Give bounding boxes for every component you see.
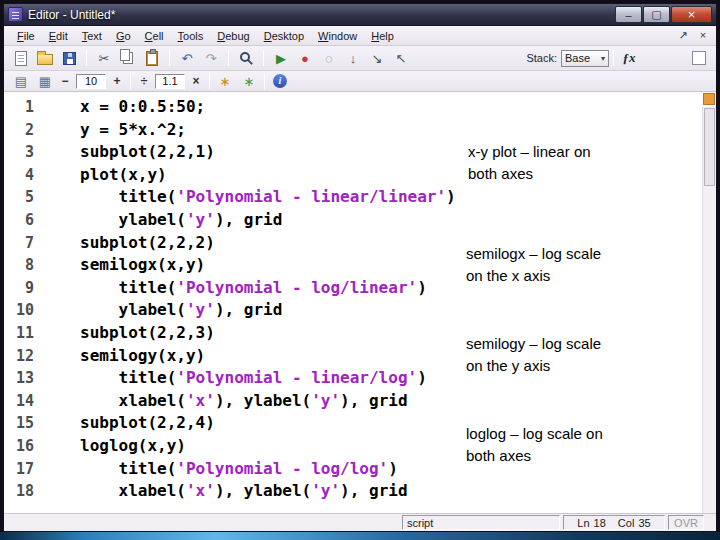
code-token: ), grid (340, 391, 407, 410)
line-number[interactable]: 15 (4, 412, 34, 435)
menu-desktop[interactable]: Desktop (257, 28, 311, 44)
code-line[interactable]: 2y = 5*x.^2; (4, 119, 716, 142)
redo-icon[interactable]: ↷ (200, 49, 222, 68)
code-text: x = 0:0.5:50; (34, 96, 205, 119)
annotation-note: x-y plot – linear on both axes (468, 141, 620, 185)
menu-file[interactable]: File (10, 28, 42, 44)
open-file-icon[interactable] (34, 49, 56, 68)
line-number[interactable]: 1 (4, 96, 34, 119)
toolbar-separator (228, 50, 229, 66)
fx-button[interactable]: ƒx (618, 49, 640, 68)
paste-icon[interactable] (141, 49, 163, 68)
status-bar: script Ln 18 Col 35 OVR (4, 513, 716, 531)
menu-debug[interactable]: Debug (210, 28, 256, 44)
run-icon[interactable]: ▶ (270, 49, 292, 68)
step-out-icon[interactable]: ↖ (390, 49, 412, 68)
step-out-icon: ↖ (396, 52, 407, 65)
annotation-note: semilogx – log scale on the x axis (466, 243, 618, 287)
line-number[interactable]: 13 (4, 367, 34, 390)
divide-button[interactable]: ÷ (135, 73, 153, 89)
new-script-icon[interactable] (10, 49, 32, 68)
code-line[interactable]: 10 ylabel('y'), grid (4, 299, 716, 322)
multiplier-value-field[interactable]: 1.1 (155, 74, 185, 89)
panel-toggle-button[interactable] (692, 51, 706, 65)
redo-icon: ↷ (206, 52, 217, 65)
code-token: subplot(2,2,3) (80, 323, 215, 342)
step-icon[interactable]: ↓ (342, 49, 364, 68)
cell-highlight-icon[interactable]: ▦ (34, 72, 56, 91)
increment-button[interactable]: + (108, 73, 126, 89)
code-text: xlabel('x'), ylabel('y'), grid (34, 390, 408, 413)
info-button[interactable]: i (269, 72, 291, 91)
menu-help[interactable]: Help (364, 28, 401, 44)
menu-cell[interactable]: Cell (138, 28, 171, 44)
line-number[interactable]: 18 (4, 480, 34, 503)
menu-text[interactable]: Text (75, 28, 109, 44)
code-text: plot(x,y) (34, 164, 167, 187)
minimize-button[interactable]: – (615, 6, 642, 23)
undock-icon[interactable]: ↗ (676, 29, 690, 42)
code-text: ylabel('y'), grid (34, 299, 282, 322)
menu-go[interactable]: Go (109, 28, 138, 44)
code-token: subplot(2,2,2) (80, 233, 215, 252)
line-number[interactable]: 7 (4, 232, 34, 255)
cut-icon[interactable]: ✂ (93, 49, 115, 68)
code-token: ) (446, 187, 456, 206)
step-in-icon[interactable]: ↘ (366, 49, 388, 68)
decrement-button[interactable]: − (56, 73, 74, 89)
line-number[interactable]: 16 (4, 435, 34, 458)
evaluate-cell-icon[interactable]: ∗ (214, 72, 236, 91)
menu-window[interactable]: Window (311, 28, 364, 44)
string-literal: 'y' (186, 300, 215, 319)
set-breakpoint-icon[interactable]: ● (294, 49, 316, 68)
scrollbar-thumb[interactable] (704, 108, 715, 186)
code-text: loglog(x,y) (34, 435, 186, 458)
line-number[interactable]: 5 (4, 186, 34, 209)
line-number[interactable]: 11 (4, 322, 34, 345)
toolbar-separator (130, 73, 131, 89)
code-text: subplot(2,2,3) (34, 322, 215, 345)
slide-bottom-bar (0, 532, 720, 540)
code-line[interactable]: 6 ylabel('y'), grid (4, 209, 716, 232)
line-number[interactable]: 4 (4, 164, 34, 187)
close-button[interactable]: × (671, 6, 712, 23)
code-token: y = 5*x.^2; (80, 120, 186, 139)
stack-dropdown[interactable]: Base ▾ (561, 50, 609, 67)
line-number[interactable]: 14 (4, 390, 34, 413)
multiply-button[interactable]: × (187, 73, 205, 89)
code-line[interactable]: 18 xlabel('x'), ylabel('y'), grid (4, 480, 716, 503)
copy-icon[interactable] (117, 49, 139, 68)
menu-edit[interactable]: Edit (42, 28, 75, 44)
line-number[interactable]: 3 (4, 141, 34, 164)
menu-tools[interactable]: Tools (171, 28, 211, 44)
code-token: ), grid (215, 300, 282, 319)
line-number[interactable]: 9 (4, 277, 34, 300)
evaluate-advance-icon[interactable]: ∗ (238, 72, 260, 91)
code-line[interactable]: 1x = 0:0.5:50; (4, 96, 716, 119)
line-number[interactable]: 6 (4, 209, 34, 232)
close-pane-icon[interactable]: × (696, 29, 710, 42)
maximize-button[interactable]: ▢ (643, 6, 670, 23)
undo-icon[interactable]: ↶ (176, 49, 198, 68)
line-number[interactable]: 17 (4, 458, 34, 481)
code-line[interactable]: 14 xlabel('x'), ylabel('y'), grid (4, 390, 716, 413)
line-number[interactable]: 2 (4, 119, 34, 142)
line-number[interactable]: 8 (4, 254, 34, 277)
col-value: 35 (638, 517, 650, 529)
string-literal: 'x' (186, 481, 215, 500)
cell-divider-icon[interactable]: ▤ (10, 72, 32, 91)
code-line[interactable]: 5 title('Polynomial - linear/linear') (4, 186, 716, 209)
vertical-scrollbar[interactable] (702, 107, 716, 513)
save-icon[interactable] (58, 49, 80, 68)
line-number[interactable]: 12 (4, 345, 34, 368)
increment-value-field[interactable]: 10 (76, 74, 106, 89)
code-token: subplot(2,2,4) (80, 413, 215, 432)
clear-breakpoints-icon[interactable]: ◌ (318, 49, 340, 68)
code-analyzer-indicator[interactable] (703, 93, 715, 105)
file-type-label: script (407, 517, 433, 529)
code-text: title('Polynomial - log/linear') (34, 277, 427, 300)
line-number[interactable]: 10 (4, 299, 34, 322)
find-icon[interactable] (235, 49, 257, 68)
cell-highlight-icon: ▦ (39, 75, 51, 88)
title-bar[interactable]: Editor - Untitled* –▢× (4, 4, 716, 26)
